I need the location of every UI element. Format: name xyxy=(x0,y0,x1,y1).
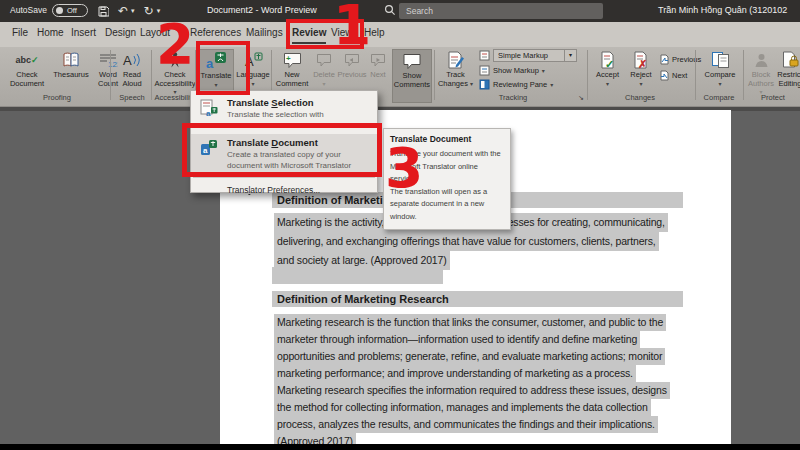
save-icon[interactable] xyxy=(98,6,109,17)
delete-comment-icon xyxy=(316,49,332,71)
bottom-black-bar xyxy=(0,444,800,450)
new-comment-icon: + xyxy=(283,49,302,71)
quick-access-toolbar: ↶▾ ↻ ▾ xyxy=(98,0,160,22)
markup-mode-row: Simple Markup▾ xyxy=(479,49,577,62)
tracking-group-label: Tracking xyxy=(478,93,548,102)
annotation-step-3: 3 xyxy=(385,141,423,196)
doc-text-line: marketing performance; and improve under… xyxy=(274,365,636,382)
next-change-button[interactable]: Next xyxy=(659,69,687,82)
svg-text:a: a xyxy=(206,109,211,117)
autosave-toggle[interactable]: Off xyxy=(52,4,88,17)
search-icon[interactable] xyxy=(384,4,396,16)
changes-group-label: Changes xyxy=(605,93,675,102)
menu-item-translator-preferences[interactable]: Translator Preferences... xyxy=(191,181,377,199)
ribbon: abc✓ Check Document Thesaurus 123 Word C… xyxy=(0,47,800,107)
reject-icon: ✗ xyxy=(633,49,649,71)
undo-dropdown-icon[interactable]: ▾ xyxy=(131,7,135,15)
thesaurus-icon xyxy=(62,49,80,71)
doc-paragraph-2: Marketing research is the function that … xyxy=(274,314,670,450)
block-authors-icon xyxy=(753,49,770,71)
account-name: Trần Minh Hồng Quân (3120102 xyxy=(658,5,787,15)
ribbon-tab[interactable]: Home xyxy=(37,27,64,42)
doc-text-line: Marketing research specifies the informa… xyxy=(274,382,670,399)
next-comment-icon xyxy=(370,49,386,71)
doc-text-line: the method for collecting information, m… xyxy=(274,399,651,416)
read-aloud-icon: A xyxy=(122,49,142,71)
ribbon-tab[interactable]: File xyxy=(12,27,28,42)
ribbon-tab[interactable]: References xyxy=(190,27,241,42)
autosave-label: AutoSave xyxy=(10,5,47,15)
track-changes-button[interactable]: Track Changes ▾ xyxy=(437,49,474,103)
menu-separator xyxy=(193,177,375,178)
svg-text:+: + xyxy=(286,54,291,63)
translate-selection-icon: a xyxy=(200,99,218,117)
reviewing-pane-icon xyxy=(479,79,490,90)
proofing-group-label: Proofing xyxy=(22,93,92,102)
autosave-state: Off xyxy=(67,6,77,15)
markup-mode-icon xyxy=(479,50,490,61)
ribbon-tab[interactable]: Design xyxy=(105,27,136,42)
accept-icon: ✓ xyxy=(600,49,616,71)
check-document-icon: abc✓ xyxy=(15,49,38,71)
compare-icon xyxy=(711,49,730,71)
show-comments-icon xyxy=(402,50,422,72)
show-comments-button[interactable]: Show Comments xyxy=(392,49,432,103)
autosave-toggle-knob xyxy=(56,7,63,14)
doc-text-line: marketer through information—information… xyxy=(274,331,640,348)
doc-selected-empty-line xyxy=(272,267,443,284)
track-changes-icon xyxy=(447,49,464,71)
menu-item-title: Translate Selection xyxy=(227,97,373,108)
title-bar: AutoSave Off ↶▾ ↻ ▾ Document2 - Word Pre… xyxy=(0,0,800,22)
svg-text:✓: ✓ xyxy=(605,58,614,70)
word-app-window: AutoSave Off ↶▾ ↻ ▾ Document2 - Word Pre… xyxy=(0,0,800,450)
doc-text-line: Marketing research is the function that … xyxy=(274,314,666,331)
previous-change-icon xyxy=(659,54,669,65)
doc-text-line: opportunities and problems; generate, re… xyxy=(274,348,665,365)
search-input[interactable]: Search xyxy=(399,3,603,19)
annotation-box-translate-document xyxy=(182,123,382,177)
annotation-box-translate-button xyxy=(196,41,250,95)
annotation-step-1: 1 xyxy=(333,0,371,53)
ribbon-tab[interactable]: Insert xyxy=(71,27,96,42)
markup-mode-dropdown-icon[interactable]: ▾ xyxy=(564,50,576,61)
reviewing-pane-button[interactable]: Reviewing Pane ▾ xyxy=(479,78,553,91)
show-markup-button[interactable]: Show Markup ▾ xyxy=(479,64,545,77)
doc-text-line: delivering, and exchanging offerings tha… xyxy=(274,232,659,251)
ribbon-tab[interactable]: Mailings xyxy=(246,27,283,42)
markup-mode-select[interactable]: Simple Markup▾ xyxy=(493,49,577,62)
svg-text:✗: ✗ xyxy=(638,58,647,70)
annotation-step-2: 2 xyxy=(156,17,194,72)
tracking-dialog-launcher-icon[interactable]: ↘ xyxy=(578,94,584,102)
next-change-icon xyxy=(659,70,669,81)
doc-text-line: process, analyzes the results, and commu… xyxy=(274,416,658,433)
protect-group-label: Protect xyxy=(742,93,800,102)
ribbon-tab-row: FileHomeInsertDesignLayoutReferencesMail… xyxy=(0,22,800,47)
redo-icon[interactable]: ↻ xyxy=(144,4,154,18)
undo-icon[interactable]: ↶ xyxy=(118,4,128,18)
restrict-editing-icon xyxy=(782,49,799,71)
svg-text:A: A xyxy=(123,53,132,68)
document-title: Document2 - Word Preview xyxy=(207,5,317,15)
doc-heading-2: Definition of Marketing Research xyxy=(272,291,683,307)
show-markup-icon xyxy=(479,65,490,76)
